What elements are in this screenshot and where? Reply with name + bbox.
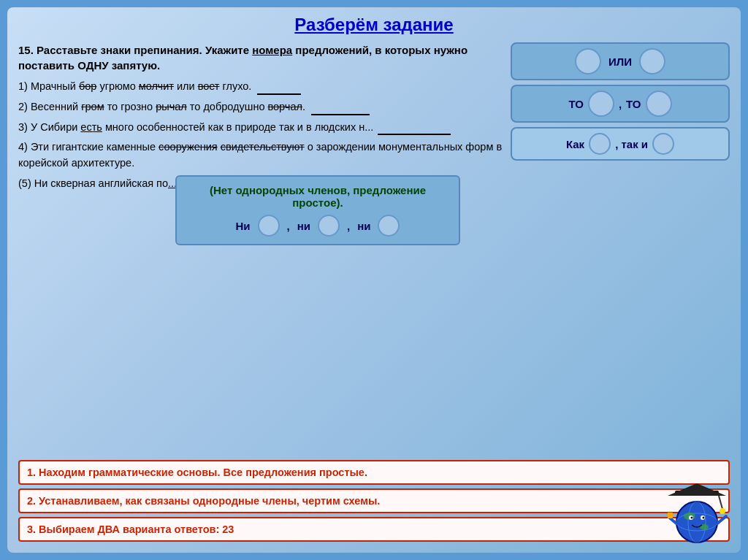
circle-kak-2 — [652, 133, 674, 155]
circle-ili-2 — [639, 48, 665, 74]
page-title: Разберём задание — [18, 15, 730, 35]
comma-2: , так и — [615, 138, 648, 150]
popup-line1: (Нет однородных членов, предложение — [188, 184, 448, 196]
step-3-box: 3. Выбираем ДВА варианта ответов: 23 — [18, 517, 730, 542]
ni-label-3: ни — [357, 220, 370, 232]
sentence-3: 3) У Сибири есть много особенностей как … — [18, 120, 503, 136]
word-voet: воет — [198, 80, 220, 92]
svg-marker-1 — [668, 483, 726, 496]
svg-point-12 — [703, 517, 705, 519]
word-sooruzheniya: сооружения — [159, 141, 218, 153]
task-text: Расставьте знаки препинания. Укажите ном… — [18, 44, 468, 72]
ili-label: ИЛИ — [608, 55, 632, 68]
step-1-text: 1. Находим грамматические основы. Все пр… — [27, 467, 367, 478]
word-rychal: рычал — [156, 101, 187, 112]
character-mascot — [668, 480, 733, 545]
word-est: есть — [80, 121, 102, 133]
step-2-text: 2. Устанавливаем, как связаны однородные… — [27, 495, 380, 507]
word-grom: гром — [81, 101, 104, 112]
step-2-box: 2. Устанавливаем, как связаны однородные… — [18, 488, 730, 513]
circle-kak-1 — [589, 133, 611, 155]
word-bor: бор — [79, 80, 96, 92]
circle-ni-3 — [378, 215, 400, 237]
sentence-1: 1) Мрачный бор угрюмо молчит или воет гл… — [18, 79, 503, 95]
ili-scheme-box: ИЛИ — [511, 42, 730, 80]
sentence-4: 4) Эти гигантские каменные сооружения св… — [18, 139, 503, 172]
word-svidetelstvuyut: свидетельствуют — [221, 141, 305, 153]
kak-tak-scheme-box: Как , так и — [511, 127, 730, 161]
popup-line2: простое). — [188, 196, 448, 209]
to-to-scheme-box: ТО , ТО — [511, 85, 730, 123]
task-number: 15. — [18, 44, 34, 56]
sentence-2: 2) Весенний гром то грозно рычал то добр… — [18, 99, 503, 115]
circle-to-2 — [646, 91, 672, 117]
main-container: Разберём задание 15. Расставьте знаки пр… — [7, 7, 741, 553]
svg-point-3 — [720, 508, 725, 514]
popup-box: (Нет однородных членов, предложение прос… — [175, 175, 460, 245]
ni-label-1: Ни — [236, 220, 251, 232]
circle-ni-2 — [318, 215, 340, 237]
svg-point-4 — [676, 502, 717, 542]
svg-line-2 — [719, 496, 722, 509]
circle-to-1 — [588, 91, 614, 117]
svg-point-11 — [691, 517, 693, 519]
bottom-section: 1. Находим грамматические основы. Все пр… — [18, 460, 730, 545]
right-panel: ИЛИ ТО , ТО Как , так и — [511, 42, 730, 196]
svg-line-14 — [717, 516, 726, 523]
word-vorchal: ворчал — [267, 101, 302, 112]
ni-label-2: ни — [297, 220, 310, 232]
ni-ni-row: Ни , ни , ни — [188, 215, 448, 237]
to-label-2: ТО — [626, 98, 641, 110]
step-3-text: 3. Выбираем ДВА варианта ответов: 23 — [27, 523, 234, 535]
comma-ni-1: , — [287, 220, 290, 232]
step-1-box: 1. Находим грамматические основы. Все пр… — [18, 460, 730, 485]
task-header: 15. Расставьте знаки препинания. Укажите… — [18, 42, 503, 73]
left-panel: 15. Расставьте знаки препинания. Укажите… — [18, 42, 503, 196]
comma-1: , — [619, 98, 622, 110]
mascot-svg — [668, 480, 733, 545]
content-area: 15. Расставьте знаки препинания. Укажите… — [18, 42, 730, 196]
circle-ili-1 — [575, 48, 601, 74]
to-label-1: ТО — [568, 98, 583, 110]
comma-ni-2: , — [347, 220, 350, 232]
circle-ni-1 — [258, 215, 280, 237]
svg-rect-15 — [668, 513, 673, 518]
word-molchit: молчит — [139, 80, 174, 92]
kak-label: Как — [566, 138, 584, 150]
